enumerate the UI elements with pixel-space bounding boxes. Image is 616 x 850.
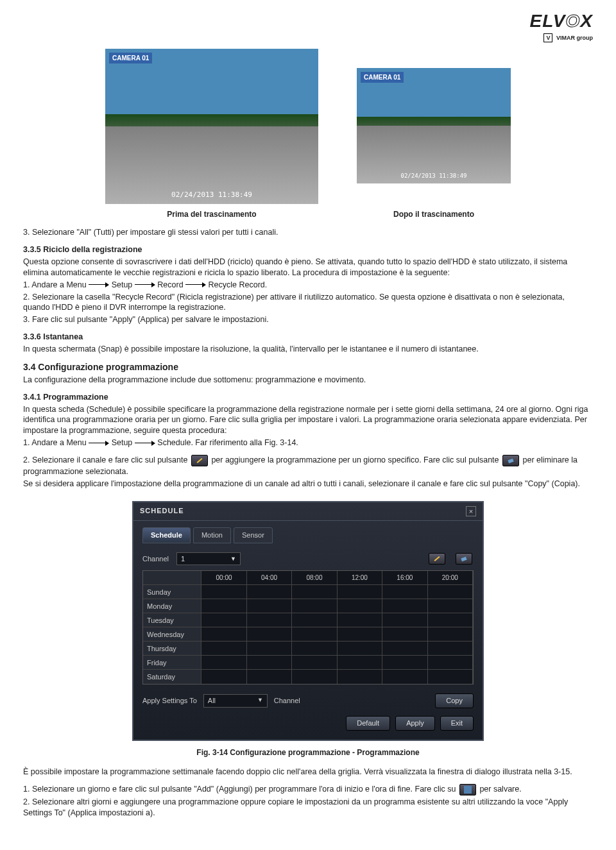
section-335-title: 3.3.5 Riciclo della registrazione bbox=[23, 244, 593, 255]
grid-cell[interactable] bbox=[382, 585, 427, 599]
section-336-title: 3.3.6 Istantanea bbox=[23, 332, 593, 343]
body-text: 2. Selezionare la casella "Recycle Recor… bbox=[23, 292, 593, 314]
grid-cell[interactable] bbox=[292, 642, 337, 655]
tab-motion[interactable]: Motion bbox=[193, 527, 231, 543]
grid-cell[interactable] bbox=[292, 613, 337, 627]
camera-timestamp: 02/24/2013 11:38:49 bbox=[401, 172, 467, 180]
grid-cell[interactable] bbox=[292, 599, 337, 613]
grid-cell[interactable] bbox=[247, 656, 292, 669]
grid-cell[interactable] bbox=[428, 613, 473, 627]
nav-path: 1. Andare a Menu Setup Schedule. Far rif… bbox=[23, 438, 593, 448]
grid-cell[interactable] bbox=[382, 613, 427, 627]
channel-select[interactable]: 1▼ bbox=[176, 552, 241, 566]
grid-cell[interactable] bbox=[382, 670, 427, 684]
grid-cell[interactable] bbox=[382, 642, 427, 655]
save-button-icon bbox=[459, 784, 476, 795]
camera-comparison: CAMERA 0102/24/2013 11:38:49 CAMERA 0102… bbox=[23, 49, 593, 204]
grid-cell[interactable] bbox=[338, 656, 382, 669]
grid-cell[interactable] bbox=[247, 599, 292, 613]
grid-cell[interactable] bbox=[338, 670, 382, 684]
grid-cell[interactable] bbox=[338, 642, 382, 655]
section-34-title: 3.4 Configurazione programmazione bbox=[23, 361, 593, 373]
body-text: Questa opzione consente di sovrascrivere… bbox=[23, 257, 593, 278]
schedule-grid[interactable]: 00:00 04:00 08:00 12:00 16:00 20:00 Sund… bbox=[142, 570, 474, 684]
body-text: In questa schermata (Snap) è possibile i… bbox=[23, 344, 593, 355]
camera-before: CAMERA 0102/24/2013 11:38:49 bbox=[105, 49, 318, 204]
body-text: 2. Selezionare altri giorni e aggiungere… bbox=[23, 797, 593, 819]
grid-cell[interactable] bbox=[247, 642, 292, 655]
apply-button[interactable]: Apply bbox=[395, 716, 435, 731]
grid-cell[interactable] bbox=[428, 599, 473, 613]
grid-cell[interactable] bbox=[428, 642, 473, 655]
default-button[interactable]: Default bbox=[346, 716, 390, 731]
grid-cell[interactable] bbox=[201, 613, 246, 627]
grid-day: Tuesday bbox=[143, 613, 201, 627]
body-text: È possibile impostare la programmazione … bbox=[23, 767, 593, 778]
body-text: In questa scheda (Schedule) è possibile … bbox=[23, 404, 593, 437]
chevron-down-icon: ▼ bbox=[257, 696, 263, 706]
grid-cell[interactable] bbox=[338, 613, 382, 627]
grid-header: 00:00 bbox=[201, 571, 246, 584]
body-text: Se si desidera applicare l'impostazione … bbox=[23, 479, 593, 489]
grid-day: Sunday bbox=[143, 585, 201, 599]
grid-cell[interactable] bbox=[247, 585, 292, 599]
grid-cell[interactable] bbox=[201, 642, 246, 655]
grid-cell[interactable] bbox=[247, 613, 292, 627]
grid-cell[interactable] bbox=[292, 670, 337, 684]
caption-after: Dopo il trascinamento bbox=[357, 209, 511, 219]
grid-cell[interactable] bbox=[428, 585, 473, 599]
apply-to-select[interactable]: All▼ bbox=[203, 694, 268, 708]
grid-cell[interactable] bbox=[338, 585, 382, 599]
pencil-button-icon bbox=[191, 455, 208, 466]
body-text: La configurazione della programmazione i… bbox=[23, 375, 593, 386]
tab-sensor[interactable]: Sensor bbox=[234, 527, 273, 543]
caption-before: Prima del trascinamento bbox=[105, 209, 318, 219]
grid-cell[interactable] bbox=[292, 656, 337, 669]
camera-captions: Prima del trascinamento Dopo il trascina… bbox=[23, 209, 593, 219]
grid-cell[interactable] bbox=[428, 656, 473, 669]
arrow-icon bbox=[135, 441, 155, 446]
nav-path: 1. Andare a Menu Setup Record Recycle Re… bbox=[23, 280, 593, 291]
eraser-button[interactable] bbox=[456, 553, 472, 565]
arrow-icon bbox=[89, 441, 109, 446]
grid-header: 08:00 bbox=[292, 571, 337, 584]
grid-corner bbox=[143, 571, 201, 584]
grid-cell[interactable] bbox=[292, 627, 337, 641]
grid-header: 12:00 bbox=[338, 571, 382, 584]
copy-button[interactable]: Copy bbox=[435, 693, 474, 708]
grid-header: 04:00 bbox=[247, 571, 292, 584]
chevron-down-icon: ▼ bbox=[230, 555, 236, 563]
text-step3: 3. Selezionare "All" (Tutti) per imposta… bbox=[23, 227, 593, 238]
grid-cell[interactable] bbox=[338, 627, 382, 641]
grid-cell[interactable] bbox=[382, 627, 427, 641]
close-button[interactable]: × bbox=[466, 506, 476, 516]
pencil-button[interactable] bbox=[429, 553, 445, 565]
grid-cell[interactable] bbox=[382, 599, 427, 613]
grid-cell[interactable] bbox=[247, 627, 292, 641]
grid-cell[interactable] bbox=[247, 670, 292, 684]
grid-cell[interactable] bbox=[201, 656, 246, 669]
grid-day: Thursday bbox=[143, 642, 201, 655]
exit-button[interactable]: Exit bbox=[440, 716, 474, 731]
grid-day: Wednesday bbox=[143, 627, 201, 641]
section-341-title: 3.4.1 Programmazione bbox=[23, 392, 593, 403]
grid-cell[interactable] bbox=[382, 656, 427, 669]
header: ELVOX V VIMAR group bbox=[23, 9, 593, 42]
apply-to-label: Apply Settings To bbox=[142, 696, 197, 706]
grid-cell[interactable] bbox=[201, 627, 246, 641]
channel-label2: Channel bbox=[274, 696, 300, 706]
grid-cell[interactable] bbox=[201, 670, 246, 684]
body-text: 3. Fare clic sul pulsante "Apply" (Appli… bbox=[23, 314, 593, 325]
eraser-button-icon bbox=[502, 455, 519, 466]
grid-day: Saturday bbox=[143, 670, 201, 684]
grid-cell[interactable] bbox=[292, 585, 337, 599]
grid-cell[interactable] bbox=[201, 599, 246, 613]
grid-cell[interactable] bbox=[338, 599, 382, 613]
arrow-icon bbox=[185, 282, 206, 287]
grid-header: 16:00 bbox=[382, 571, 427, 584]
grid-cell[interactable] bbox=[428, 627, 473, 641]
tab-schedule[interactable]: Schedule bbox=[142, 527, 191, 543]
grid-cell[interactable] bbox=[428, 670, 473, 684]
grid-cell[interactable] bbox=[201, 585, 246, 599]
camera-label: CAMERA 01 bbox=[361, 72, 404, 83]
